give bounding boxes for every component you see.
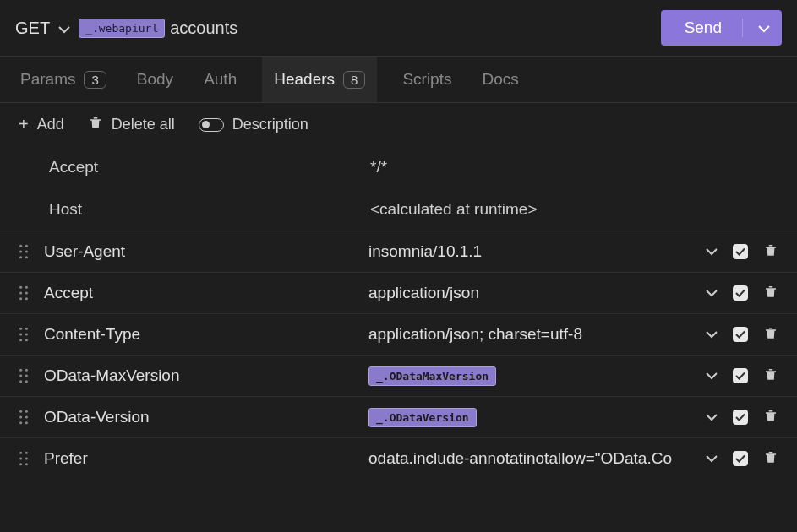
description-toggle[interactable]: Description — [199, 116, 308, 133]
delete-row-button[interactable] — [763, 448, 778, 469]
header-row: Accept application/json — [0, 272, 797, 313]
enabled-checkbox[interactable] — [733, 368, 748, 383]
static-header-row: Host <calculated at runtime> — [0, 188, 797, 231]
header-value-input[interactable]: odata.include-annotatinotallow="OData.Co — [368, 449, 706, 468]
header-value-input[interactable]: insomnia/10.1.1 — [368, 242, 706, 261]
variable-pill[interactable]: _.ODataMaxVersion — [368, 366, 496, 386]
header-row: User-Agent insomnia/10.1.1 — [0, 231, 797, 272]
tab-label: Headers — [274, 70, 335, 89]
header-value-text: application/json; charset=utf-8 — [368, 325, 582, 344]
row-actions — [706, 448, 782, 469]
static-headers: Accept */* Host <calculated at runtime> — [0, 146, 797, 231]
count-badge: 8 — [343, 71, 365, 89]
header-value-input[interactable]: _.ODataVersion — [368, 408, 706, 427]
drag-handle-icon[interactable] — [15, 410, 32, 425]
header-value-input[interactable]: application/json; charset=utf-8 — [368, 325, 706, 344]
tab-label: Docs — [482, 70, 518, 89]
header-value-input[interactable]: _.ODataMaxVersion — [368, 366, 706, 386]
header-name-input[interactable]: OData-Version — [44, 408, 368, 426]
drag-handle-icon[interactable] — [15, 368, 32, 383]
method-selector[interactable]: GET — [15, 19, 70, 38]
header-name: Host — [49, 200, 370, 219]
row-actions — [706, 283, 782, 303]
header-name-input[interactable]: Accept — [44, 284, 368, 302]
tab-scripts[interactable]: Scripts — [397, 57, 456, 102]
delete-row-button[interactable] — [763, 283, 778, 303]
header-name-input[interactable]: Prefer — [44, 449, 368, 468]
drag-handle-icon[interactable] — [15, 327, 32, 342]
chevron-down-icon[interactable] — [706, 244, 718, 259]
header-value-text: insomnia/10.1.1 — [368, 242, 482, 261]
chevron-down-icon[interactable] — [706, 410, 718, 425]
header-row: OData-Version _.ODataVersion — [0, 396, 797, 437]
header-name-input[interactable]: OData-MaxVersion — [44, 366, 368, 385]
static-header-row: Accept */* — [0, 146, 797, 188]
tab-headers[interactable]: Headers 8 — [262, 57, 377, 102]
add-button[interactable]: + Add — [19, 115, 64, 134]
headers-list: User-Agent insomnia/10.1.1 Accept applic… — [0, 231, 797, 479]
enabled-checkbox[interactable] — [733, 410, 748, 425]
enabled-checkbox[interactable] — [733, 451, 748, 466]
drag-handle-icon[interactable] — [15, 451, 32, 466]
drag-handle-icon[interactable] — [15, 244, 32, 259]
tab-label: Body — [137, 70, 173, 89]
header-name: Accept — [49, 158, 370, 176]
enabled-checkbox[interactable] — [733, 244, 748, 259]
header-name-input[interactable]: Content-Type — [44, 325, 368, 344]
tab-body[interactable]: Body — [132, 57, 178, 102]
header-value-text: odata.include-annotatinotallow="OData.Co — [368, 449, 672, 468]
delete-all-label: Delete all — [112, 116, 175, 133]
toggle-icon — [199, 118, 224, 132]
header-row: OData-MaxVersion _.ODataMaxVersion — [0, 355, 797, 396]
description-label: Description — [232, 116, 308, 133]
chevron-down-icon[interactable] — [706, 451, 718, 466]
row-actions — [706, 366, 782, 386]
enabled-checkbox[interactable] — [733, 327, 748, 342]
chevron-down-icon[interactable] — [706, 368, 718, 383]
header-value: <calculated at runtime> — [370, 200, 538, 219]
drag-handle-icon[interactable] — [15, 285, 32, 301]
trash-icon — [88, 115, 103, 134]
header-value-text: application/json — [368, 284, 479, 302]
header-value-input[interactable]: application/json — [368, 284, 706, 302]
header-value: */* — [370, 158, 387, 176]
headers-toolbar: + Add Delete all Description — [0, 103, 797, 146]
row-actions — [706, 407, 782, 427]
url-path: accounts — [170, 19, 652, 38]
url-input[interactable]: _.webapiurl accounts — [79, 19, 652, 38]
tab-label: Params — [20, 70, 75, 89]
delete-row-button[interactable] — [763, 324, 778, 345]
variable-pill[interactable]: _.ODataVersion — [368, 408, 477, 427]
plus-icon: + — [19, 115, 29, 134]
send-button[interactable]: Send — [661, 10, 782, 46]
row-actions — [706, 242, 782, 262]
delete-row-button[interactable] — [763, 242, 778, 262]
delete-all-button[interactable]: Delete all — [88, 115, 175, 134]
count-badge: 3 — [84, 71, 106, 89]
header-row: Prefer odata.include-annotatinotallow="O… — [0, 437, 797, 479]
enabled-checkbox[interactable] — [733, 285, 748, 301]
tab-docs[interactable]: Docs — [477, 57, 523, 102]
tab-params[interactable]: Params 3 — [15, 57, 112, 102]
add-label: Add — [37, 116, 64, 133]
tab-bar: Params 3 Body Auth Headers 8 Scripts Doc… — [0, 57, 797, 103]
chevron-down-icon[interactable] — [706, 327, 718, 342]
tab-label: Scripts — [402, 70, 451, 89]
header-row: Content-Type application/json; charset=u… — [0, 313, 797, 355]
tab-auth[interactable]: Auth — [199, 57, 242, 102]
request-bar: GET _.webapiurl accounts Send — [0, 0, 797, 57]
delete-row-button[interactable] — [763, 366, 778, 386]
chevron-down-icon[interactable] — [758, 19, 770, 37]
delete-row-button[interactable] — [763, 407, 778, 427]
header-name-input[interactable]: User-Agent — [44, 242, 368, 261]
send-label: Send — [685, 19, 722, 37]
row-actions — [706, 324, 782, 345]
chevron-down-icon — [58, 19, 70, 38]
chevron-down-icon[interactable] — [706, 285, 718, 301]
method-label: GET — [15, 19, 50, 38]
tab-label: Auth — [204, 70, 237, 89]
url-variable-pill[interactable]: _.webapiurl — [79, 19, 165, 38]
divider — [742, 19, 743, 37]
